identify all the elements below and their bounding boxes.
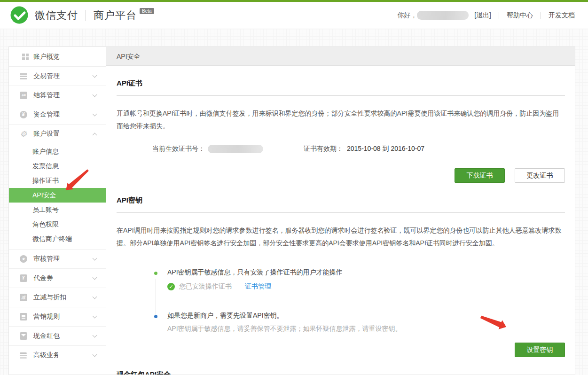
account-settings-submenu: 账户信息 发票信息 操作证书 API安全 员工账号 角色权限 微信商户终端 [9, 143, 106, 249]
header-divider [541, 12, 541, 19]
sidebar-item-account-overview[interactable]: 账户概览 [9, 47, 106, 66]
sidebar-item-label: 立减与折扣 [33, 293, 66, 302]
sidebar-subitem-account-info[interactable]: 账户信息 [9, 144, 106, 159]
key-point-2-note: API密钥属于敏感信息，请妥善保管不要泄露；如果怀疑信息泄露，请重设密钥。 [167, 325, 402, 333]
chevron-down-icon [93, 256, 97, 261]
chevron-up-icon [93, 133, 97, 137]
settlement-icon [20, 92, 27, 99]
sidebar-item-discount[interactable]: 立减与折扣 [9, 288, 106, 307]
greeting-text: 你好， [397, 11, 417, 20]
validity-label: 证书有效期： [304, 145, 343, 153]
chevron-down-icon [93, 93, 97, 97]
sidebar: 账户概览 交易管理 结算管理 资金管理 账户设置 账户信息 发票信息 操作证书 … [9, 47, 106, 375]
username-redacted [417, 11, 469, 20]
sidebar-item-account-settings[interactable]: 账户设置 [9, 124, 106, 143]
beta-badge: Beta [140, 8, 154, 14]
logout-link[interactable]: [退出] [474, 11, 491, 20]
sidebar-subitem-role-permissions[interactable]: 角色权限 [9, 217, 106, 232]
key-point-1: API密钥属于敏感信息，只有安装了操作证书的用户才能操作 [167, 268, 343, 277]
sidebar-item-audit[interactable]: 审核管理 [9, 249, 106, 268]
wechat-pay-logo-icon [9, 6, 29, 25]
chevron-down-icon [93, 275, 97, 280]
set-key-button[interactable]: 设置密钥 [515, 343, 565, 357]
api-cert-description: 开通帐号和更换API证书时，由微信支付签发，用来标识和界定您的身份；部分安全性要… [117, 107, 565, 133]
red-packet-icon [20, 332, 27, 340]
sidebar-subitem-wechat-merchant-terminal[interactable]: 微信商户终端 [9, 232, 106, 246]
voucher-icon [20, 274, 27, 282]
chevron-down-icon [93, 73, 97, 78]
sidebar-item-label: 交易管理 [33, 72, 60, 80]
sidebar-subitem-operation-cert[interactable]: 操作证书 [9, 173, 106, 188]
sidebar-item-label: 营销规则 [33, 312, 60, 321]
chevron-down-icon [93, 112, 97, 117]
api-cert-heading: API证书 [117, 79, 565, 96]
brand-title: 微信支付 [35, 8, 78, 23]
advanced-icon [20, 352, 27, 359]
sidebar-item-funds[interactable]: 资金管理 [9, 105, 106, 124]
chevron-down-icon [93, 352, 97, 357]
blue-bullet-icon [154, 315, 157, 318]
validity-value: 2015-10-08 到 2016-10-07 [347, 145, 424, 153]
help-center-link[interactable]: 帮助中心 [507, 11, 533, 20]
api-key-heading: API密钥 [117, 196, 565, 213]
sidebar-item-marketing-rules[interactable]: 营销规则 [9, 307, 106, 326]
green-bullet-icon [154, 272, 157, 275]
chevron-down-icon [93, 295, 97, 299]
sidebar-item-label: 资金管理 [33, 110, 60, 119]
sidebar-item-label: 结算管理 [33, 91, 60, 100]
sidebar-item-label: 高级业务 [33, 351, 60, 359]
grid-icon [22, 54, 25, 60]
sidebar-item-label: 代金券 [33, 274, 53, 282]
sidebar-subitem-invoice-info[interactable]: 发票信息 [9, 159, 106, 173]
audit-icon [20, 255, 27, 263]
key-point-2: 如果您是新商户，需要先设置API密钥。 [167, 312, 402, 320]
chevron-down-icon [93, 314, 97, 319]
sidebar-item-label: 账户设置 [33, 130, 60, 138]
sidebar-item-label: 现金红包 [33, 332, 60, 340]
change-cert-button[interactable]: 更改证书 [515, 168, 565, 183]
sidebar-subitem-api-security[interactable]: API安全 [9, 188, 106, 203]
check-circle-icon [167, 283, 175, 290]
cert-management-link[interactable]: 证书管理 [245, 282, 271, 291]
header: 微信支付 商户平台 Beta 你好， [退出] 帮助中心 开发文档 [0, 2, 588, 29]
header-divider [499, 12, 499, 19]
download-cert-button[interactable]: 下载证书 [455, 168, 505, 183]
dev-docs-link[interactable]: 开发文档 [549, 11, 575, 20]
api-key-description: 在API调用时用来按照指定规则对您的请求参数进行签名，服务器收到您的请求时会进行… [117, 224, 565, 250]
platform-title: 商户平台 [94, 8, 137, 23]
cert-number-redacted [208, 145, 263, 153]
sidebar-item-transactions[interactable]: 交易管理 [9, 66, 106, 86]
sidebar-item-settlement[interactable]: 结算管理 [9, 86, 106, 105]
sidebar-item-advanced[interactable]: 高级业务 [9, 345, 106, 365]
content-card: 账户概览 交易管理 结算管理 资金管理 账户设置 账户信息 发票信息 操作证书 … [8, 47, 575, 375]
current-cert-label: 当前生效证书号： [152, 145, 205, 153]
funds-icon [20, 111, 27, 118]
chevron-down-icon [93, 333, 97, 338]
sidebar-item-voucher[interactable]: 代金券 [9, 268, 106, 288]
sidebar-item-label: 审核管理 [33, 255, 60, 263]
transactions-icon [20, 73, 27, 79]
gear-icon [20, 130, 27, 138]
page-title: API安全 [106, 47, 575, 66]
brand-divider [86, 10, 86, 21]
discount-icon [20, 294, 27, 301]
sidebar-item-red-packet[interactable]: 现金红包 [9, 326, 106, 345]
marketing-icon [20, 313, 27, 320]
main-panel: API安全 API证书 开通帐号和更换API证书时，由微信支付签发，用来标识和界… [106, 47, 575, 375]
sidebar-subitem-staff-accounts[interactable]: 员工账号 [9, 203, 106, 217]
red-packet-api-heading: 现金红包API安全 [117, 370, 565, 375]
sidebar-item-label: 账户概览 [33, 53, 60, 61]
cert-installed-status: 您已安装操作证书 [179, 282, 232, 291]
